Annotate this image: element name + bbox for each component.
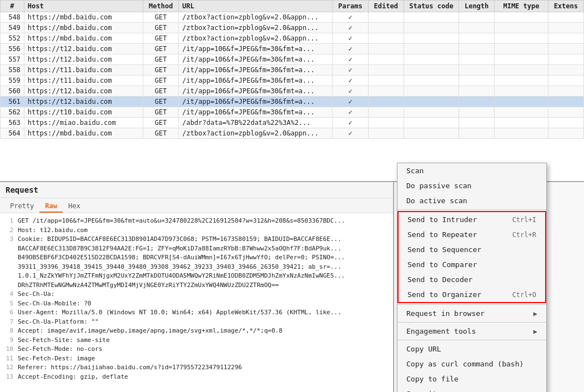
line-number bbox=[6, 272, 13, 281]
proxy-table: # Host Method URL Params Edited Status c… bbox=[0, 0, 584, 139]
line-number: 11 bbox=[6, 354, 13, 364]
line-number: 1 bbox=[6, 217, 13, 226]
menu-item-request-browser[interactable]: Request in browser▶ bbox=[397, 306, 546, 321]
line-number: 12 bbox=[6, 363, 13, 373]
tab-raw[interactable]: Raw bbox=[39, 200, 63, 213]
menu-item-copy-file[interactable]: Copy to file bbox=[397, 371, 546, 386]
col-header-url[interactable]: URL bbox=[179, 1, 333, 12]
menu-item-send-decoder[interactable]: Send to Decoder bbox=[399, 272, 545, 287]
table-row[interactable]: 562https://t10.baidu.comGET/it/app=106&f… bbox=[1, 107, 584, 118]
col-header-params[interactable]: Params bbox=[333, 1, 368, 12]
menu-item-label: Engagement tools bbox=[406, 327, 476, 335]
table-row[interactable]: 561https://t12.baidu.comGET/it/app=106&f… bbox=[1, 97, 584, 107]
request-line: 1.0.1_NzZkYWFhYjJmZTFmNjgxM2UxY2ZmMTkDOT… bbox=[6, 272, 387, 281]
request-line: 2Host: t12.baidu.com bbox=[6, 226, 387, 235]
menu-item-label: Save item bbox=[406, 390, 445, 392]
tab-hex[interactable]: Hex bbox=[63, 200, 86, 213]
request-line: 39311_39396_39418_39415_39440_39480_3930… bbox=[6, 263, 387, 272]
line-number bbox=[6, 263, 13, 272]
menu-item-arrow: ▶ bbox=[533, 310, 537, 318]
menu-item-label: Send to Comparer bbox=[407, 260, 477, 269]
menu-item-scan[interactable]: Scan bbox=[397, 163, 546, 178]
request-line: 1GET /it/app=106&f=JPEG&fm=30&fmt=auto&u… bbox=[6, 217, 387, 226]
menu-item-label: Request in browser bbox=[406, 309, 485, 318]
request-line: 13Accept-Encoding: gzip, deflate bbox=[6, 373, 387, 382]
menu-item-label: Copy as curl command (bash) bbox=[406, 360, 523, 368]
table-row[interactable]: 558https://t11.baidu.comGET/it/app=106&f… bbox=[1, 65, 584, 76]
table-row[interactable]: 560https://t12.baidu.comGET/it/app=106&f… bbox=[1, 86, 584, 97]
table-row[interactable]: 563https://miao.baidu.comGET/abdr?data=%… bbox=[1, 118, 584, 128]
request-panel: Request Pretty Raw Hex 1GET /it/app=106&… bbox=[0, 182, 394, 392]
menu-item-label: Send to Decoder bbox=[407, 275, 472, 284]
col-header-num[interactable]: # bbox=[1, 1, 24, 12]
menu-item-label: Send to Organizer bbox=[407, 290, 481, 299]
col-header-host[interactable]: Host bbox=[24, 1, 143, 12]
menu-item-shortcut: Ctrl+R bbox=[512, 231, 536, 239]
menu-divider bbox=[397, 209, 546, 210]
request-line: DRhZTRhMTEwNGMwNzA4ZTMwMTgyMDI4MjVjNGE0Y… bbox=[6, 281, 387, 290]
menu-item-arrow: ▶ bbox=[533, 328, 537, 335]
table-row[interactable]: 548https://mbd.baidu.comGET/ztbox?action… bbox=[1, 12, 584, 23]
menu-item-label: Send to Repeater bbox=[407, 230, 477, 239]
line-number: 13 bbox=[6, 373, 13, 382]
menu-divider bbox=[397, 322, 546, 323]
line-number: 2 bbox=[6, 226, 13, 235]
line-number: 8 bbox=[6, 326, 13, 336]
request-line: 3Cookie: BIDUPSID=BACCAF8E6EC313D8901AD4… bbox=[6, 235, 387, 244]
line-number: 5 bbox=[6, 299, 13, 309]
line-number: 6 bbox=[6, 308, 13, 318]
line-number: 10 bbox=[6, 345, 13, 354]
col-header-edited[interactable]: Edited bbox=[368, 1, 404, 12]
line-number: 3 bbox=[6, 235, 13, 244]
request-line: 4Sec-Ch-Ua: bbox=[6, 290, 387, 299]
menu-item-label: Send to Intruder bbox=[407, 215, 477, 224]
request-tabs: Pretty Raw Hex bbox=[0, 198, 393, 213]
line-number: 9 bbox=[6, 336, 13, 345]
col-header-length[interactable]: Length bbox=[459, 1, 494, 12]
context-menu-overlay: ScanDo passive scanDo active scanSend to… bbox=[397, 163, 547, 392]
tab-pretty[interactable]: Pretty bbox=[4, 200, 39, 213]
table-row[interactable]: 559https://t11.baidu.comGET/it/app=106&f… bbox=[1, 76, 584, 86]
menu-item-engagement-tools[interactable]: Engagement tools▶ bbox=[397, 324, 546, 339]
menu-item-label: Copy to file bbox=[406, 375, 459, 383]
menu-item-copy-url[interactable]: Copy URL bbox=[397, 341, 546, 356]
col-header-status[interactable]: Status code bbox=[404, 1, 459, 12]
request-line: 11Sec-Fetch-Dest: image bbox=[6, 354, 387, 364]
table-row[interactable]: 556https://t12.baidu.comGET/it/app=106&f… bbox=[1, 44, 584, 54]
menu-item-send-sequencer[interactable]: Send to Sequencer bbox=[399, 242, 545, 257]
menu-item-active-scan[interactable]: Do active scan bbox=[397, 193, 546, 208]
table-row[interactable]: 564https://mbd.baidu.comGET/ztbox?action… bbox=[1, 128, 584, 139]
menu-item-shortcut: Ctrl+I bbox=[512, 216, 536, 224]
request-line: BACCAF8E6EC313D87B9C3812F94AA2E:FG=1; ZF… bbox=[6, 244, 387, 254]
menu-item-send-intruder[interactable]: Send to IntruderCtrl+I bbox=[399, 212, 545, 227]
table-row[interactable]: 549https://mbd.baidu.comGET/ztbox?action… bbox=[1, 23, 584, 33]
request-line: 9Sec-Fetch-Site: same-site bbox=[6, 336, 387, 345]
col-header-ext[interactable]: Extens bbox=[548, 1, 583, 12]
request-line: 6User-Agent: Mozilla/5.0 (Windows NT 10.… bbox=[6, 308, 387, 318]
request-line: 7Sec-Ch-Ua-Platform: "" bbox=[6, 318, 387, 327]
menu-item-send-repeater[interactable]: Send to RepeaterCtrl+R bbox=[399, 227, 545, 242]
request-line: B49OB5EBF6F3CD402E515D22BCDA1598; BDRCVF… bbox=[6, 253, 387, 263]
request-line: 12Referer: https://baijiahao.baidu.com/s… bbox=[6, 363, 387, 373]
menu-item-passive-scan[interactable]: Do passive scan bbox=[397, 178, 546, 193]
menu-divider bbox=[397, 304, 546, 305]
table-row[interactable]: 557https://t12.baidu.comGET/it/app=106&f… bbox=[1, 54, 584, 65]
line-number bbox=[6, 253, 13, 263]
menu-item-send-comparer[interactable]: Send to Comparer bbox=[399, 257, 545, 272]
send-group-highlight: Send to IntruderCtrl+ISend to RepeaterCt… bbox=[397, 211, 546, 303]
request-content: 1GET /it/app=106&f=JPEG&fm=30&fmt=auto&u… bbox=[0, 213, 393, 392]
proxy-table-container: # Host Method URL Params Edited Status c… bbox=[0, 0, 584, 181]
menu-item-copy-curl[interactable]: Copy as curl command (bash) bbox=[397, 356, 546, 371]
col-header-method[interactable]: Method bbox=[143, 1, 179, 12]
menu-item-label: Send to Sequencer bbox=[407, 245, 481, 254]
menu-item-label: Do passive scan bbox=[406, 182, 471, 190]
col-header-mime[interactable]: MIME type bbox=[495, 1, 548, 12]
menu-item-send-organizer[interactable]: Send to OrganizerCtrl+O bbox=[399, 287, 545, 302]
menu-item-label: Scan bbox=[406, 167, 424, 175]
request-line: 10Sec-Fetch-Mode: no-cors bbox=[6, 345, 387, 354]
menu-item-save-item[interactable]: Save item bbox=[397, 386, 546, 392]
menu-divider bbox=[397, 340, 546, 340]
line-number bbox=[6, 244, 13, 254]
line-number: 7 bbox=[6, 318, 13, 327]
table-row[interactable]: 552https://mbd.baidu.comGET/ztbox?action… bbox=[1, 33, 584, 44]
